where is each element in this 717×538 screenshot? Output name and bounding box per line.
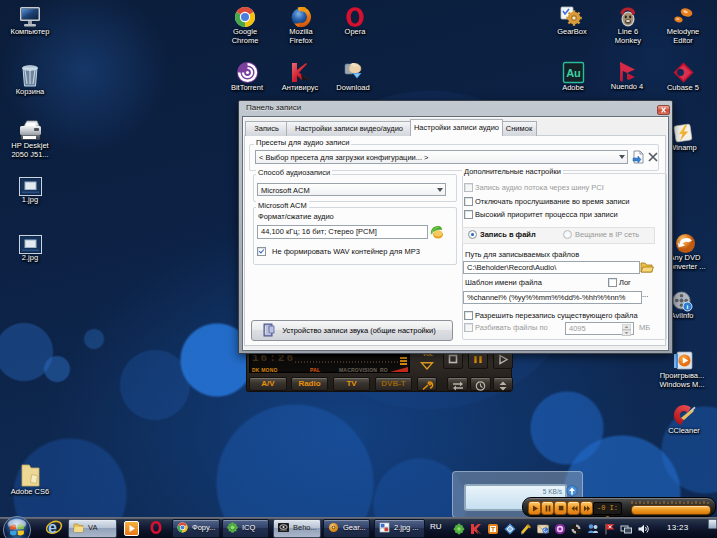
svg-text:e: e — [48, 519, 57, 536]
svg-text:Au: Au — [566, 67, 581, 79]
svg-text:i: i — [686, 303, 688, 310]
